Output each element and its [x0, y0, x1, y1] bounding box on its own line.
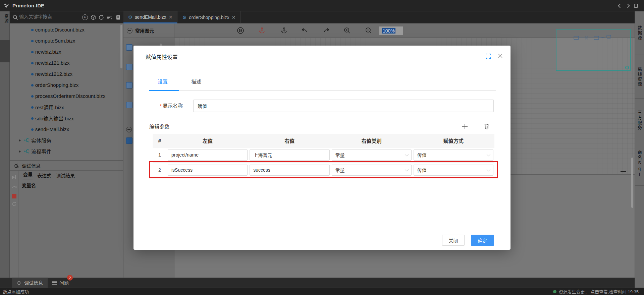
add-row-icon[interactable]: [462, 123, 468, 130]
refresh-icon[interactable]: [98, 14, 104, 20]
palette-shape-icon[interactable]: [126, 82, 132, 88]
undo-icon[interactable]: [301, 27, 308, 34]
palette-shape-icon[interactable]: [126, 64, 132, 70]
tree-scrollbar[interactable]: [120, 25, 122, 68]
tree-item[interactable]: newbiz1212.bizx: [10, 68, 123, 79]
active-tab-indicator: [149, 90, 179, 91]
highlight-annotation: [149, 161, 498, 178]
debug-panel: 调试信息 变量 表达式 调试结果 变量名: [10, 160, 123, 278]
remove-breakpoint-anchor-icon[interactable]: [258, 27, 266, 34]
canvas-scrollbar[interactable]: [631, 158, 633, 208]
panel-collapse-icon[interactable]: [621, 171, 626, 172]
resource-tree-panel: computeDiscount.bizx computeSum.bizx new…: [10, 23, 123, 160]
app-title: Primeton-IDE: [12, 3, 44, 8]
right-tab-named-sql[interactable]: 命名Sql: [635, 142, 644, 186]
tree-item[interactable]: newbiz.bizx: [10, 46, 123, 57]
status-message: 断点添加成功: [3, 288, 29, 295]
required-mark: *: [160, 103, 162, 109]
tree-item[interactable]: sendEMail.bizx: [10, 124, 123, 135]
close-icon[interactable]: ✕: [169, 15, 173, 19]
branch-icon: [24, 137, 29, 143]
assign-mode-select[interactable]: 传值: [414, 150, 493, 161]
tree-item[interactable]: rest调用.bizx: [10, 102, 123, 113]
delete-row-icon[interactable]: [484, 123, 490, 129]
right-panel-tabs: 数据源 离线资源 三方服务 命名Sql: [635, 11, 644, 288]
redo-icon[interactable]: [323, 27, 330, 34]
right-tab-datasource[interactable]: 数据源: [635, 11, 644, 55]
gear-icon: ⚙: [182, 15, 186, 20]
list-icon: [52, 280, 57, 285]
param-row: 1 常量 传值: [153, 148, 494, 163]
resume-icon[interactable]: [12, 175, 16, 181]
close-icon[interactable]: [498, 53, 503, 58]
gear-icon: ⚙: [128, 15, 132, 19]
collapse-circle-icon[interactable]: [127, 28, 132, 34]
minimap-handle-icon[interactable]: [625, 66, 629, 69]
palette-shape-icon[interactable]: [126, 44, 132, 51]
right-value-input[interactable]: [250, 150, 329, 161]
right-tab-thirdparty-services[interactable]: 三方服务: [635, 99, 644, 142]
left-value-input[interactable]: [168, 150, 248, 161]
activity-tab-resources[interactable]: 资源: [0, 14, 9, 23]
tree-item[interactable]: orderShopping.bizx: [10, 79, 123, 91]
resource-change-notice[interactable]: 资源发生变更， 点击查看,检查时间:19:35: [559, 288, 639, 295]
zoom-in-icon[interactable]: [343, 27, 351, 34]
display-name-input[interactable]: [193, 100, 494, 112]
chevron-down-icon: [487, 152, 490, 156]
zoom-out-icon[interactable]: [365, 27, 372, 34]
palette-header[interactable]: 常用图元: [123, 23, 174, 38]
right-tab-offline-resources[interactable]: 离线资源: [635, 55, 644, 99]
tree-item-test[interactable]: 测试: [10, 157, 123, 160]
close-icon[interactable]: ✕: [232, 15, 236, 20]
title-bar: Primeton-IDE: [0, 0, 644, 11]
sort-list-icon[interactable]: [107, 14, 113, 20]
nav-back-icon[interactable]: [618, 4, 622, 8]
palette-shape-icon[interactable]: [126, 102, 132, 108]
ok-button[interactable]: 确定: [471, 235, 494, 246]
tab-sendemail[interactable]: ⚙ sendEMail.bizx ✕: [123, 11, 177, 23]
ai-icon[interactable]: AI: [82, 14, 88, 20]
dialog-tab-description[interactable]: 描述: [191, 78, 201, 85]
tree-item[interactable]: computeDiscount.bizx: [10, 24, 123, 35]
step-over-icon[interactable]: [12, 185, 17, 189]
tab-variables[interactable]: 变量: [23, 171, 33, 179]
debug-toolbar: [10, 171, 18, 278]
anchor-icon[interactable]: [280, 27, 288, 34]
zoom-level-input[interactable]: 100%: [379, 26, 403, 35]
resource-status-dot-icon: [553, 290, 556, 293]
palette-shape-icon[interactable]: [126, 137, 132, 144]
nav-forward-icon[interactable]: [626, 4, 630, 8]
tab-expressions[interactable]: 表达式: [37, 172, 51, 179]
tab-ordershopping[interactable]: ⚙ orderShopping.bizx ✕: [177, 11, 240, 23]
tree-item[interactable]: newbiz121.bizx: [10, 57, 123, 68]
tree-item-entity-services[interactable]: 实体服务: [10, 135, 123, 146]
search-input[interactable]: [19, 14, 76, 19]
cube-icon[interactable]: [90, 14, 96, 20]
window-restore-icon[interactable]: [634, 4, 638, 8]
caret-right-icon[interactable]: [19, 150, 21, 153]
tab-debug-results[interactable]: 调试结果: [56, 172, 75, 179]
dialog-tab-settings[interactable]: 设置: [158, 78, 168, 85]
assignment-properties-dialog: 赋值属性设置 设置 描述 *显示名称 编辑参数 # 左值 右值 右值类别 赋值方…: [133, 46, 511, 250]
caret-right-icon[interactable]: [19, 139, 21, 142]
debug-run-icon[interactable]: [237, 27, 244, 34]
stop-icon[interactable]: [12, 194, 16, 198]
collapse-circle-icon[interactable]: [126, 127, 132, 132]
bug-icon: [17, 280, 22, 285]
tab-label: sendEMail.bizx: [135, 14, 166, 20]
bottom-tab-bar: 调试信息 问题 2: [0, 278, 635, 288]
tree-item-process-events[interactable]: 流程事件: [10, 146, 123, 157]
export-view-icon[interactable]: [115, 14, 121, 20]
close-button[interactable]: 关闭: [442, 235, 465, 246]
right-type-select[interactable]: 常量: [332, 150, 412, 161]
minimap[interactable]: [556, 29, 631, 71]
restart-icon[interactable]: [12, 201, 17, 206]
bottom-tab-debug-info[interactable]: 调试信息: [12, 278, 48, 288]
debug-tabs: 变量 表达式 调试结果: [18, 171, 123, 180]
tree-item[interactable]: computeSum.bizx: [10, 35, 123, 46]
fullscreen-icon[interactable]: [486, 54, 491, 59]
tree-item[interactable]: sdo输入输出.bizx: [10, 113, 123, 124]
tree-item[interactable]: processOrderItemDiscount.bizx: [10, 91, 123, 102]
search-icon: [12, 14, 18, 20]
bottom-tab-problems[interactable]: 问题 2: [48, 278, 73, 288]
